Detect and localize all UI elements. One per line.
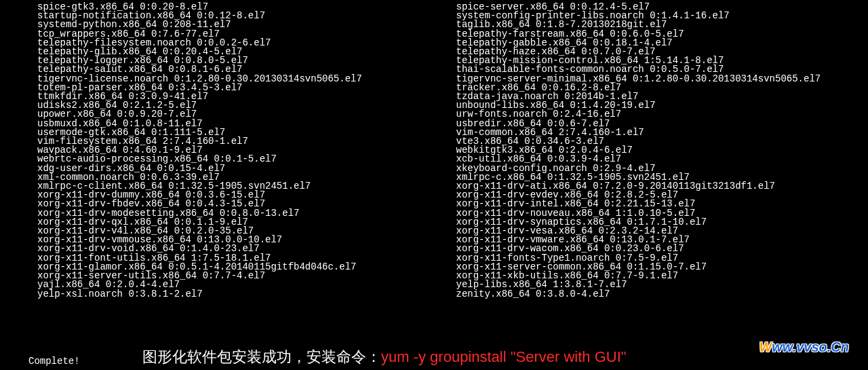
package-column-right: spice-server.x86_64 0:0.12.4-5.el7system… xyxy=(450,3,869,299)
watermark-first-letter: W xyxy=(759,339,772,354)
watermark-rest: ww.vvso.Cn xyxy=(772,339,849,354)
watermark: Www.vvso.Cn xyxy=(759,339,849,355)
terminal-output: spice-gtk3.x86_64 0:0.20-8.el7startup-no… xyxy=(0,0,868,299)
annotation-text-red: yum -y groupinstall "Server with GUI" xyxy=(381,348,627,365)
complete-message: Complete! xyxy=(28,356,80,367)
annotation-overlay: 图形化软件包安装成功，安装命令：yum -y groupinstall "Ser… xyxy=(142,347,627,367)
package-column-left: spice-gtk3.x86_64 0:0.20-8.el7startup-no… xyxy=(37,3,450,299)
annotation-text-white: 图形化软件包安装成功，安装命令： xyxy=(142,348,381,365)
package-entry: yelp-xsl.noarch 0:3.8.1-2.el7 xyxy=(37,290,450,299)
package-entry: zenity.x86_64 0:3.8.0-4.el7 xyxy=(456,290,869,299)
